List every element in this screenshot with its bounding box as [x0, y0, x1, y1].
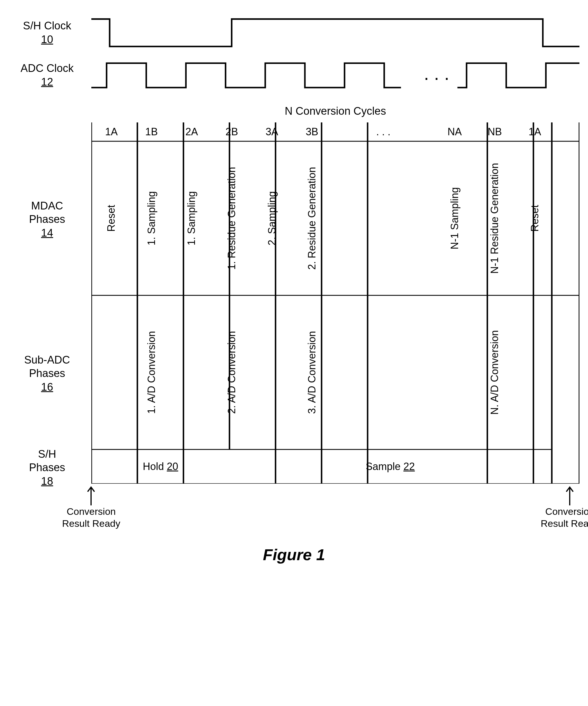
subadc-NB: N. A/D Conversion: [489, 330, 501, 415]
mdac-2B: 1. Residue Generation: [226, 167, 238, 270]
subadc-1B: 1. A/D Conversion: [146, 331, 158, 414]
subadc-2B: 2. A/D Conversion: [226, 331, 238, 414]
mdac-3B: 2. Residue Generation: [306, 167, 318, 270]
adc-clock-row: ADC Clock 12 . . .: [8, 57, 580, 93]
timing-diagram: S/H Clock 10 ADC Clock 12 . . . N Conver…: [8, 11, 580, 564]
mdac-label: MDAC Phases 14: [8, 141, 91, 296]
figure-title: Figure 1: [8, 545, 580, 564]
conversion-ready-left-text: Conversion Result Ready: [62, 505, 120, 530]
mdac-text: MDAC Phases: [29, 199, 65, 226]
adc-clock-label: ADC Clock 12: [8, 57, 91, 93]
arrow-up-icon: [564, 485, 575, 505]
subadc-3B: 3. A/D Conversion: [306, 331, 318, 414]
sh-clock-label: S/H Clock 10: [8, 11, 91, 54]
conversion-ready-right: Conversion Result Ready: [541, 485, 588, 530]
svg-text:. . .: . . .: [424, 63, 449, 84]
subadc-text: Sub-ADC Phases: [24, 353, 70, 380]
mdac-1A-2: Reset: [529, 205, 541, 232]
mdac-1A: Reset: [105, 205, 117, 232]
adc-clock-text: ADC Clock: [21, 62, 74, 75]
sh-phases-label: S/H Phases 18: [8, 449, 91, 484]
sh-clock-text: S/H Clock: [23, 19, 71, 33]
sh-clock-waveform: [91, 11, 580, 54]
phase-grid: MDAC Phases 14 Sub-ADC Phases 16 S/H Pha…: [8, 122, 580, 484]
grid-lines: [91, 122, 580, 484]
sh-clock-ref: 10: [41, 33, 53, 46]
arrow-up-icon: [86, 485, 96, 505]
adc-clock-ref: 12: [41, 75, 53, 89]
mdac-NA: N-1 Sampling: [449, 187, 461, 249]
cycles-title-row: N Conversion Cycles: [8, 105, 580, 120]
mdac-NB: N-1 Residue Generation: [489, 163, 501, 274]
mdac-1B: 1. Sampling: [146, 191, 158, 245]
subadc-ref: 16: [41, 380, 53, 394]
cycles-title: N Conversion Cycles: [285, 105, 386, 117]
conversion-ready-right-text: Conversion Result Ready: [541, 505, 588, 530]
adc-clock-waveform: . . .: [91, 57, 580, 93]
sh-phases-text: S/H Phases: [29, 447, 65, 475]
mdac-3A: 2. Sampling: [266, 191, 278, 245]
bottom-annotations: Conversion Result Ready Conversion Resul…: [8, 485, 580, 537]
mdac-2A: 1. Sampling: [186, 191, 198, 245]
conversion-ready-left: Conversion Result Ready: [62, 485, 120, 530]
sh-clock-row: S/H Clock 10: [8, 11, 580, 54]
mdac-ref: 14: [41, 226, 53, 240]
subadc-label: Sub-ADC Phases 16: [8, 296, 91, 449]
